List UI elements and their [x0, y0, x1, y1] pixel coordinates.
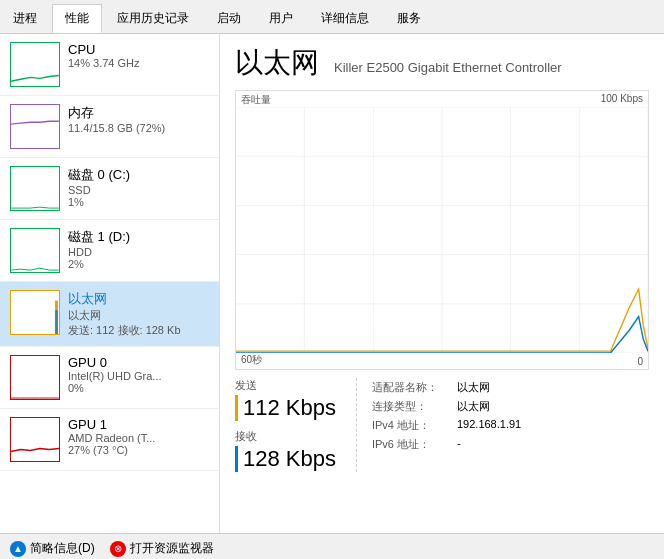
recv-label: 接收: [235, 429, 336, 444]
sidebar-item-memory[interactable]: 内存 11.4/15.8 GB (72%): [0, 96, 219, 158]
disk1-info: 磁盘 1 (D:) HDD 2%: [68, 228, 209, 270]
info-row-ipv4: IPv4 地址： 192.168.1.91: [372, 418, 649, 433]
tab-startup[interactable]: 启动: [204, 4, 254, 33]
detail-title: 以太网: [235, 44, 319, 82]
disk1-title: 磁盘 1 (D:): [68, 228, 209, 246]
gpu0-usage: 0%: [68, 382, 209, 394]
conn-type-val: 以太网: [457, 399, 490, 414]
disk0-usage: 1%: [68, 196, 209, 208]
summary-icon: ▲: [10, 541, 26, 557]
chart-x-left: 60秒: [241, 353, 262, 367]
net-mini-graph: [10, 290, 60, 335]
summary-button[interactable]: ▲ 简略信息(D): [10, 540, 95, 557]
tab-users[interactable]: 用户: [256, 4, 306, 33]
detail-subtitle: Killer E2500 Gigabit Ethernet Controller: [334, 60, 562, 75]
gpu1-title: GPU 1: [68, 417, 209, 432]
conn-type-key: 连接类型：: [372, 399, 447, 414]
disk1-mini-graph: [10, 228, 60, 273]
memory-subtitle: 11.4/15.8 GB (72%): [68, 122, 209, 134]
adapter-name-val: 以太网: [457, 380, 490, 395]
gpu1-subtitle1: AMD Radeon (T...: [68, 432, 209, 444]
recv-value: 128 Kbps: [235, 446, 336, 472]
gpu1-usage: 27% (73 °C): [68, 444, 209, 456]
summary-label: 简略信息(D): [30, 540, 95, 557]
detail-header: 以太网 Killer E2500 Gigabit Ethernet Contro…: [235, 44, 649, 82]
chart-grid-label: 吞吐量: [241, 93, 271, 107]
ipv6-key: IPv6 地址：: [372, 437, 447, 452]
chart-y-bottom: 0: [637, 356, 643, 367]
cpu-title: CPU: [68, 42, 209, 57]
gpu1-info: GPU 1 AMD Radeon (T... 27% (73 °C): [68, 417, 209, 456]
tab-bar: 进程 性能 应用历史记录 启动 用户 详细信息 服务: [0, 0, 664, 34]
cpu-info: CPU 14% 3.74 GHz: [68, 42, 209, 69]
sidebar-item-disk0[interactable]: 磁盘 0 (C:) SSD 1%: [0, 158, 219, 220]
monitor-button[interactable]: ⊗ 打开资源监视器: [110, 540, 214, 557]
gpu0-subtitle1: Intel(R) UHD Gra...: [68, 370, 209, 382]
disk1-usage: 2%: [68, 258, 209, 270]
tab-app-history[interactable]: 应用历史记录: [104, 4, 202, 33]
memory-title: 内存: [68, 104, 209, 122]
network-info: 以太网 以太网 发送: 112 接收: 128 Kb: [68, 290, 209, 338]
detail-panel: 以太网 Killer E2500 Gigabit Ethernet Contro…: [220, 34, 664, 533]
memory-info: 内存 11.4/15.8 GB (72%): [68, 104, 209, 134]
ipv4-val: 192.168.1.91: [457, 418, 521, 433]
tab-services[interactable]: 服务: [384, 4, 434, 33]
main-content: CPU 14% 3.74 GHz 内存 11.4/15.8 GB (72%): [0, 34, 664, 533]
send-value: 112 Kbps: [235, 395, 336, 421]
tab-details[interactable]: 详细信息: [308, 4, 382, 33]
disk0-type: SSD: [68, 184, 209, 196]
sidebar-item-gpu1[interactable]: GPU 1 AMD Radeon (T... 27% (73 °C): [0, 409, 219, 471]
chart-y-top: 100 Kbps: [601, 93, 643, 104]
sidebar-item-disk1[interactable]: 磁盘 1 (D:) HDD 2%: [0, 220, 219, 282]
network-chart: 吞吐量 100 Kbps: [235, 90, 649, 370]
ipv6-val: -: [457, 437, 461, 452]
sidebar-item-gpu0[interactable]: GPU 0 Intel(R) UHD Gra... 0%: [0, 347, 219, 409]
sidebar-item-network[interactable]: 以太网 以太网 发送: 112 接收: 128 Kb: [0, 282, 219, 347]
gpu0-mini-graph: [10, 355, 60, 400]
mem-mini-graph: [10, 104, 60, 149]
tab-process[interactable]: 进程: [0, 4, 50, 33]
disk1-type: HDD: [68, 246, 209, 258]
network-subtitle2: 发送: 112 接收: 128 Kb: [68, 323, 209, 338]
sidebar-item-cpu[interactable]: CPU 14% 3.74 GHz: [0, 34, 219, 96]
tab-performance[interactable]: 性能: [52, 4, 102, 33]
ipv4-key: IPv4 地址：: [372, 418, 447, 433]
info-row-conntype: 连接类型： 以太网: [372, 399, 649, 414]
adapter-name-key: 适配器名称：: [372, 380, 447, 395]
network-title: 以太网: [68, 290, 209, 308]
gpu1-mini-graph: [10, 417, 60, 462]
gpu0-title: GPU 0: [68, 355, 209, 370]
cpu-mini-graph: [10, 42, 60, 87]
svg-rect-1: [55, 310, 58, 334]
cpu-subtitle: 14% 3.74 GHz: [68, 57, 209, 69]
monitor-icon: ⊗: [110, 541, 126, 557]
network-subtitle1: 以太网: [68, 308, 209, 323]
sidebar: CPU 14% 3.74 GHz 内存 11.4/15.8 GB (72%): [0, 34, 220, 533]
info-row-adapter: 适配器名称： 以太网: [372, 380, 649, 395]
info-row-ipv6: IPv6 地址： -: [372, 437, 649, 452]
bottom-bar: ▲ 简略信息(D) ⊗ 打开资源监视器: [0, 533, 664, 559]
monitor-label: 打开资源监视器: [130, 540, 214, 557]
disk0-info: 磁盘 0 (C:) SSD 1%: [68, 166, 209, 208]
send-label: 发送: [235, 378, 336, 393]
gpu0-info: GPU 0 Intel(R) UHD Gra... 0%: [68, 355, 209, 394]
disk0-mini-graph: [10, 166, 60, 211]
disk0-title: 磁盘 0 (C:): [68, 166, 209, 184]
